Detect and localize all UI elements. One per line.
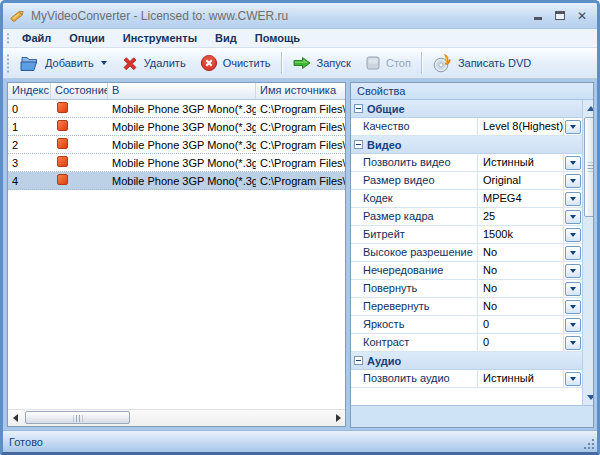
stop-button[interactable]: Стоп — [358, 52, 418, 74]
prop-value[interactable]: 1500k — [477, 226, 563, 243]
table-row[interactable]: 2 Mobile Phone 3GP Mono(*.3gp) C:\Progra… — [8, 136, 345, 154]
scrollbar-thumb[interactable] — [584, 117, 594, 217]
status-text: Готово — [9, 436, 43, 448]
prop-label: Позволить видео — [351, 154, 477, 171]
minimize-button[interactable] — [534, 10, 543, 22]
table-header: Индекс Состояние В Имя источника — [8, 83, 345, 100]
collapse-minus-icon[interactable] — [354, 140, 363, 149]
clear-button[interactable]: Очистить — [193, 51, 278, 75]
resize-grip-icon[interactable] — [583, 438, 595, 450]
prop-row-brightness: Яркость 0 — [351, 316, 582, 334]
menu-file[interactable]: Файл — [13, 30, 60, 46]
app-window: MyVideoConverter - Licensed to: www.CWER… — [0, 0, 600, 455]
table-row[interactable]: 3 Mobile Phone 3GP Mono(*.3gp) C:\Progra… — [8, 154, 345, 172]
close-button[interactable]: ✕ — [577, 10, 587, 22]
prop-value[interactable]: No — [477, 280, 563, 297]
menu-tools[interactable]: Инструменты — [114, 30, 206, 46]
group-label: Аудио — [367, 355, 401, 367]
prop-value[interactable]: Истинный — [477, 154, 563, 171]
dropdown-button[interactable] — [565, 318, 581, 332]
dropdown-button[interactable] — [565, 156, 581, 170]
prop-group-audio[interactable]: Аудио — [351, 352, 582, 370]
scroll-up-arrow[interactable] — [583, 100, 594, 116]
chevron-down-icon — [570, 125, 576, 129]
status-icon — [57, 156, 68, 167]
menu-help[interactable]: Помощь — [246, 30, 309, 46]
horizontal-scrollbar[interactable] — [8, 409, 345, 426]
menu-options[interactable]: Опции — [60, 30, 114, 46]
status-icon — [57, 102, 68, 113]
scroll-right-arrow[interactable] — [331, 410, 345, 426]
chevron-down-icon — [570, 197, 576, 201]
prop-label: Контраст — [351, 334, 477, 351]
menu-view[interactable]: Вид — [206, 30, 246, 46]
dropdown-button[interactable] — [565, 210, 581, 224]
dropdown-button[interactable] — [565, 246, 581, 260]
scroll-left-arrow[interactable] — [8, 410, 22, 426]
dropdown-button[interactable] — [565, 300, 581, 314]
scroll-down-arrow[interactable] — [583, 389, 594, 405]
prop-value[interactable]: 0 — [477, 316, 563, 333]
prop-row-enable-video: Позволить видео Истинный — [351, 154, 582, 172]
prop-value[interactable]: No — [477, 244, 563, 261]
toolbar: Добавить Удалить Очистить Запуск — [3, 48, 597, 79]
prop-value[interactable]: No — [477, 262, 563, 279]
cell-source: C:\Program Files\ — [256, 157, 345, 169]
stop-square-icon — [365, 55, 381, 71]
main-area: Индекс Состояние В Имя источника 0 Mobil… — [3, 79, 597, 430]
prop-value[interactable]: 25 — [477, 208, 563, 225]
burn-dvd-icon — [432, 53, 453, 73]
table-row-selected[interactable]: 4 Mobile Phone 3GP Mono(*.3gp) C:\Progra… — [8, 172, 345, 190]
dropdown-button[interactable] — [565, 120, 581, 134]
dropdown-button[interactable] — [565, 192, 581, 206]
prop-value[interactable]: 0 — [477, 334, 563, 351]
prop-value[interactable]: Original — [477, 172, 563, 189]
prop-label: Яркость — [351, 316, 477, 333]
dropdown-button[interactable] — [565, 174, 581, 188]
delete-x-icon — [121, 55, 139, 72]
prop-group-general[interactable]: Общие — [351, 100, 582, 118]
prop-label: Позволить аудио — [351, 370, 477, 387]
column-header-source[interactable]: Имя источника — [256, 83, 345, 99]
scrollbar-thumb[interactable] — [25, 411, 130, 424]
collapse-minus-icon[interactable] — [354, 356, 363, 365]
prop-value[interactable]: No — [477, 298, 563, 315]
start-button-label: Запуск — [317, 57, 351, 69]
chevron-down-icon — [570, 179, 576, 183]
delete-button[interactable]: Удалить — [114, 52, 193, 75]
cell-state — [51, 138, 108, 151]
start-button[interactable]: Запуск — [285, 52, 358, 74]
cell-source: C:\Program Files\ — [256, 175, 345, 187]
add-button[interactable]: Добавить — [13, 52, 114, 75]
vertical-scrollbar[interactable] — [582, 100, 594, 405]
add-button-label: Добавить — [45, 57, 94, 69]
prop-row-deinterlace: Нечередование No — [351, 262, 582, 280]
start-arrow-icon — [292, 55, 312, 71]
prop-group-video[interactable]: Видео — [351, 136, 582, 154]
dropdown-button[interactable] — [565, 264, 581, 278]
dropdown-button[interactable] — [565, 336, 581, 350]
collapse-minus-icon[interactable] — [354, 104, 363, 113]
prop-label: Битрейт — [351, 226, 477, 243]
burn-dvd-button[interactable]: Записать DVD — [425, 50, 538, 76]
status-icon — [57, 174, 68, 185]
table-row[interactable]: 1 Mobile Phone 3GP Mono(*.3gp) C:\Progra… — [8, 118, 345, 136]
table-row[interactable]: 0 Mobile Phone 3GP Mono(*.3gp) C:\Progra… — [8, 100, 345, 118]
column-header-index[interactable]: Индекс — [8, 83, 51, 99]
maximize-button[interactable] — [555, 10, 565, 22]
cell-index: 4 — [8, 175, 51, 187]
clear-circle-icon — [200, 54, 218, 72]
cell-source: C:\Program Files\ — [256, 139, 345, 151]
dropdown-button[interactable] — [565, 228, 581, 242]
column-header-state[interactable]: Состояние — [51, 83, 108, 99]
prop-value[interactable]: MPEG4 — [477, 190, 563, 207]
dropdown-button[interactable] — [565, 372, 581, 386]
prop-value[interactable]: Level 8(Highest) — [477, 118, 563, 135]
toolbar-grip — [5, 53, 10, 74]
title-bar[interactable]: MyVideoConverter - Licensed to: www.CWER… — [3, 3, 597, 29]
column-header-to[interactable]: В — [108, 83, 256, 99]
dropdown-button[interactable] — [565, 282, 581, 296]
prop-label: Кодек — [351, 190, 477, 207]
prop-value[interactable]: Истинный — [477, 370, 563, 387]
cell-state — [51, 120, 108, 133]
